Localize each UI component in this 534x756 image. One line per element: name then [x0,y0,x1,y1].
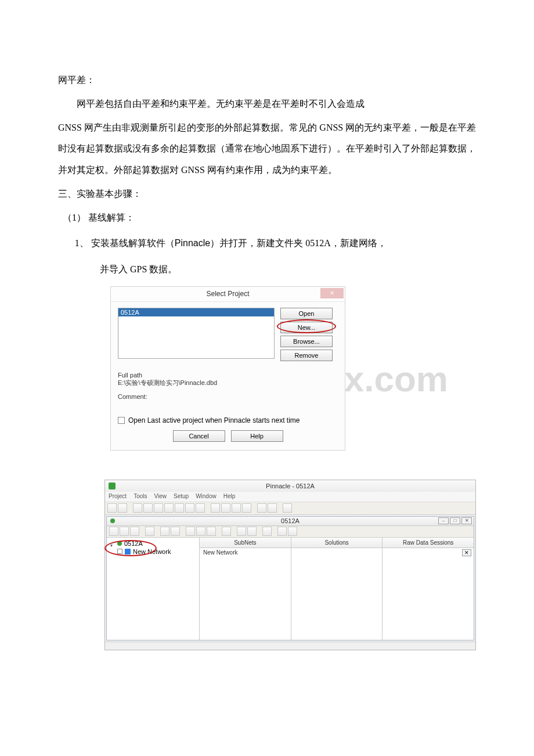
listbox-item-0512a[interactable]: 0512A [118,308,274,316]
checkbox-icon[interactable] [117,549,122,554]
toolbar-icon[interactable] [288,527,297,536]
maximize-icon[interactable]: □ [450,517,460,524]
dialog-body: 0512A Open New... Browse... Remove Full … [111,302,345,450]
toolbar-icon[interactable] [262,527,272,536]
expand-icon[interactable] [110,541,115,546]
tree-inner: 0512A New Network [107,538,199,557]
comment-label: Comment: [118,393,338,400]
new-button[interactable]: New... [280,322,333,333]
toolbar-icon[interactable] [277,527,287,536]
app-icon [109,483,116,489]
paragraph-line-1: 网平差包括自由平差和约束平差。无约束平差是在平差时不引入会造成 [58,93,476,115]
tree-child-item[interactable]: New Network [117,548,196,555]
header-solutions: Solutions [291,538,383,548]
checkbox-row: Open Last active project when Pinnacle s… [118,416,338,424]
toolbar-icon[interactable] [133,503,142,513]
right-panels: SubNets Solutions Raw Data Sessions New … [200,538,474,640]
toolbar-icon[interactable] [160,527,169,536]
header-subnets: SubNets [200,538,291,548]
app-titlebar: Pinnacle - 0512A [105,480,475,492]
app-title: Pinnacle - 0512A [266,483,315,489]
dialog-title: Select Project [206,290,249,298]
raw-data-panel: ✕ [383,548,474,640]
panel-close-icon[interactable]: ✕ [462,549,471,556]
subnet-item-label[interactable]: New Network [200,548,291,557]
minimize-icon[interactable]: – [438,517,449,524]
toolbar-icon[interactable] [237,527,246,536]
pinnacle-app-window: Pinnacle - 0512A Project Tools View Setu… [104,480,476,650]
network-icon [125,549,131,555]
dialog-main-row: 0512A Open New... Browse... Remove [118,308,338,361]
open-button[interactable]: Open [280,308,333,319]
toolbar-icon[interactable] [143,503,153,513]
fullpath-value: E:\实验\专硕测绘实习\Pinnacle.dbd [118,379,338,387]
dialog-bottom-buttons: Cancel Help [118,430,338,442]
subwindow-controls: – □ ✕ [438,517,472,524]
tree-panel: 0512A New Network [107,538,200,640]
toolbar-icon[interactable] [120,527,129,536]
li2-part-c: ）并打开，新建文件夹 0512A，新建网络， [210,238,387,248]
close-icon[interactable]: ✕ [320,288,344,298]
menu-setup[interactable]: Setup [174,493,189,502]
list-item-2: 1、 安装基线解算软件（Pinnacle）并打开，新建文件夹 0512A，新建网… [75,231,476,255]
subnets-panel: New Network [200,548,291,640]
heading-section-3: 三、实验基本步骤： [58,183,476,205]
tree-root-label: 0512A [124,540,143,547]
toolbar-icon[interactable] [118,503,127,513]
toolbar-icon[interactable] [232,503,241,513]
sub-toolbar [107,526,474,538]
toolbar-icon[interactable] [186,527,195,536]
toolbar-icon[interactable] [268,503,277,513]
tree-root-item[interactable]: 0512A [110,540,196,547]
menu-tools[interactable]: Tools [134,493,147,502]
statusbar [105,642,475,650]
main-toolbar [105,502,475,515]
close-icon[interactable]: ✕ [461,517,472,524]
dialog-side-buttons: Open New... Browse... Remove [280,308,333,361]
menu-view[interactable]: View [154,493,167,502]
cancel-button[interactable]: Cancel [173,430,225,442]
project-listbox[interactable]: 0512A [118,308,275,359]
subwindow-body: 0512A New Network SubNets Solutions Raw … [107,538,474,640]
solutions-panel [291,548,383,640]
toolbar-icon[interactable] [171,527,180,536]
select-project-dialog: Select Project ✕ 0512A Open New... Brows… [110,286,345,451]
header-raw-data: Raw Data Sessions [383,538,474,548]
open-last-checkbox[interactable] [118,417,125,424]
toolbar-icon[interactable] [207,527,216,536]
remove-button[interactable]: Remove [280,350,333,361]
toolbar-icon[interactable] [154,503,163,513]
subwindow-titlebar: 0512A – □ ✕ [107,517,474,526]
toolbar-icon[interactable] [164,503,174,513]
li2-part-a: 1、 安装基线解算软件（ [75,238,175,248]
dialog-titlebar: Select Project ✕ [111,287,345,302]
toolbar-icon[interactable] [222,527,231,536]
list-item-1: （1） 基线解算： [63,207,476,229]
toolbar-icon[interactable] [211,503,220,513]
toolbar-icon[interactable] [196,503,205,513]
toolbar-icon[interactable] [109,527,118,536]
toolbar-icon[interactable] [221,503,230,513]
toolbar-icon[interactable] [242,503,251,513]
toolbar-icon[interactable] [283,503,292,513]
toolbar-icon[interactable] [145,527,154,536]
figure-pinnacle-app: Pinnacle - 0512A Project Tools View Setu… [110,480,476,650]
menu-help[interactable]: Help [223,493,236,502]
toolbar-icon[interactable] [185,503,194,513]
menu-project[interactable]: Project [109,493,127,502]
paragraph-text-2: GNSS 网产生由非观测量所引起的变形的外部起算数据。常见的 GNSS 网的无约… [58,123,476,175]
list-item-2-sub: 并导入 GPS 数据。 [100,257,476,282]
toolbar-icon[interactable] [107,503,117,513]
menu-window[interactable]: Window [196,493,217,502]
open-last-label: Open Last active project when Pinnacle s… [128,416,300,424]
toolbar-icon[interactable] [247,527,257,536]
toolbar-icon[interactable] [196,527,205,536]
toolbar-icon[interactable] [257,503,266,513]
toolbar-icon[interactable] [175,503,184,513]
browse-button[interactable]: Browse... [280,336,333,347]
heading-net-adjustment: 网平差： [58,70,476,91]
tree-child-label: New Network [133,548,171,555]
fullpath-label: Full path [118,372,338,379]
help-button[interactable]: Help [231,430,283,442]
toolbar-icon[interactable] [130,527,139,536]
